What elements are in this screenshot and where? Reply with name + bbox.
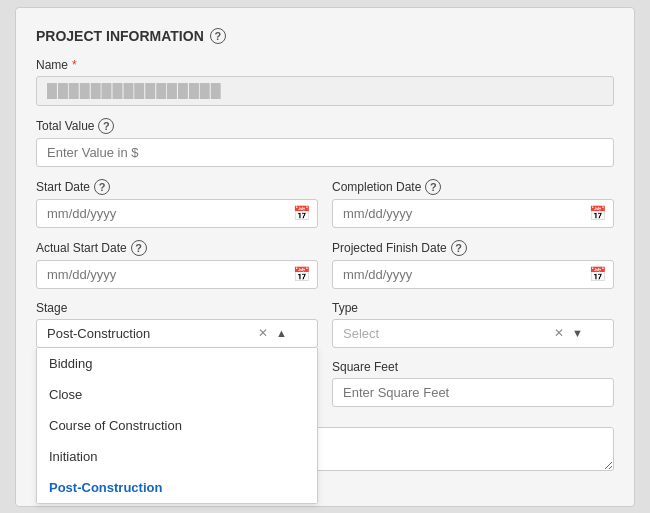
stage-option-post-construction[interactable]: Post-Construction xyxy=(37,472,317,503)
stage-selected-value: Post-Construction xyxy=(47,326,150,341)
actual-start-date-wrap: 📅 xyxy=(36,260,318,289)
actual-start-date-input[interactable] xyxy=(36,260,318,289)
date-row-2: Actual Start Date ? 📅 Projected Finish D… xyxy=(36,240,614,301)
type-clear-icon[interactable]: ✕ xyxy=(554,326,564,340)
square-feet-label: Square Feet xyxy=(332,360,614,374)
completion-date-field-group: Completion Date ? 📅 xyxy=(332,179,614,228)
type-select-wrap: Select ✕ ▼ xyxy=(332,319,614,348)
projected-finish-date-calendar-icon[interactable]: 📅 xyxy=(589,266,606,282)
section-title: PROJECT INFORMATION ? xyxy=(36,28,614,44)
stage-arrow-icon[interactable]: ▲ xyxy=(276,327,287,339)
actual-start-date-field-group: Actual Start Date ? 📅 xyxy=(36,240,318,289)
type-select[interactable]: Select ✕ ▼ xyxy=(332,319,614,348)
section-title-text: PROJECT INFORMATION xyxy=(36,28,204,44)
square-feet-input[interactable] xyxy=(332,378,614,407)
stage-select-wrap: Post-Construction ✕ ▲ Bidding Close Cour… xyxy=(36,319,318,348)
total-value-label: Total Value ? xyxy=(36,118,614,134)
name-input[interactable] xyxy=(36,76,614,106)
type-arrow-icon[interactable]: ▼ xyxy=(572,327,583,339)
type-select-controls: ✕ ▼ xyxy=(554,326,583,340)
square-feet-field-group: Square Feet xyxy=(332,360,614,407)
total-value-help-icon[interactable]: ? xyxy=(98,118,114,134)
stage-label: Stage xyxy=(36,301,318,315)
stage-field-group: Stage Post-Construction ✕ ▲ Bidding Clos… xyxy=(36,301,318,348)
stage-dropdown-list: Bidding Close Course of Construction Ini… xyxy=(36,348,318,504)
completion-date-wrap: 📅 xyxy=(332,199,614,228)
projected-finish-date-help-icon[interactable]: ? xyxy=(451,240,467,256)
start-date-wrap: 📅 xyxy=(36,199,318,228)
actual-start-date-calendar-icon[interactable]: 📅 xyxy=(293,266,310,282)
project-information-form: PROJECT INFORMATION ? Name * Total Value… xyxy=(15,7,635,507)
title-help-icon[interactable]: ? xyxy=(210,28,226,44)
stage-type-row: Stage Post-Construction ✕ ▲ Bidding Clos… xyxy=(36,301,614,419)
actual-start-date-label: Actual Start Date ? xyxy=(36,240,318,256)
stage-select[interactable]: Post-Construction ✕ ▲ xyxy=(36,319,318,348)
projected-finish-date-label: Projected Finish Date ? xyxy=(332,240,614,256)
date-row-1: Start Date ? 📅 Completion Date ? 📅 xyxy=(36,179,614,240)
projected-finish-date-wrap: 📅 xyxy=(332,260,614,289)
total-value-input[interactable] xyxy=(36,138,614,167)
start-date-help-icon[interactable]: ? xyxy=(94,179,110,195)
projected-finish-date-input[interactable] xyxy=(332,260,614,289)
stage-select-controls: ✕ ▲ xyxy=(258,326,287,340)
stage-option-bidding[interactable]: Bidding xyxy=(37,348,317,379)
type-label: Type xyxy=(332,301,614,315)
name-label: Name * xyxy=(36,58,614,72)
start-date-input[interactable] xyxy=(36,199,318,228)
required-indicator: * xyxy=(72,58,77,72)
actual-start-date-help-icon[interactable]: ? xyxy=(131,240,147,256)
completion-date-input[interactable] xyxy=(332,199,614,228)
completion-date-label: Completion Date ? xyxy=(332,179,614,195)
type-square-feet-col: Type Select ✕ ▼ Square Feet xyxy=(332,301,614,419)
type-field-group: Type Select ✕ ▼ xyxy=(332,301,614,348)
stage-option-initiation[interactable]: Initiation xyxy=(37,441,317,472)
start-date-label: Start Date ? xyxy=(36,179,318,195)
completion-date-help-icon[interactable]: ? xyxy=(425,179,441,195)
projected-finish-date-field-group: Projected Finish Date ? 📅 xyxy=(332,240,614,289)
completion-date-calendar-icon[interactable]: 📅 xyxy=(589,205,606,221)
type-placeholder: Select xyxy=(343,326,379,341)
start-date-calendar-icon[interactable]: 📅 xyxy=(293,205,310,221)
stage-clear-icon[interactable]: ✕ xyxy=(258,326,268,340)
start-date-field-group: Start Date ? 📅 xyxy=(36,179,318,228)
name-field-group: Name * xyxy=(36,58,614,106)
stage-option-close[interactable]: Close xyxy=(37,379,317,410)
stage-option-course-of-construction[interactable]: Course of Construction xyxy=(37,410,317,441)
total-value-field-group: Total Value ? xyxy=(36,118,614,167)
